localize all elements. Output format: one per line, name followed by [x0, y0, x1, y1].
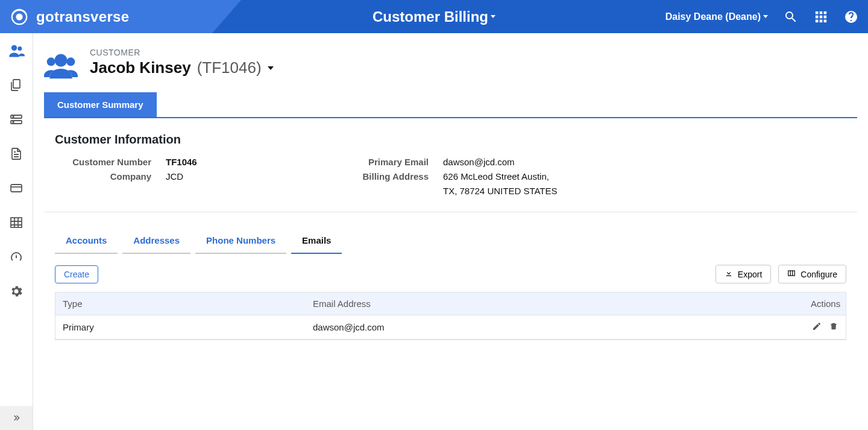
action-row: Create Export Configure: [55, 265, 846, 283]
tab-phone-numbers[interactable]: Phone Numbers: [195, 229, 286, 254]
download-icon: [725, 269, 733, 279]
cell-email: dawson@jcd.com: [306, 316, 804, 338]
label-billing-address: Billing Address: [344, 169, 429, 184]
svg-point-1: [16, 13, 22, 20]
value-billing-address-l2: TX, 78724 UNITED STATES: [443, 184, 558, 198]
svg-rect-23: [788, 271, 795, 276]
customer-id: (TF1046): [197, 58, 262, 77]
sidebar-expand-button[interactable]: [0, 406, 33, 430]
svg-point-21: [47, 57, 55, 66]
customer-name: Jacob Kinsey: [90, 58, 191, 77]
header-title-dropdown[interactable]: Customer Billing: [373, 8, 495, 25]
svg-point-20: [55, 54, 68, 67]
svg-rect-4: [824, 11, 827, 14]
svg-rect-10: [824, 19, 827, 22]
label-primary-email: Primary Email: [344, 155, 429, 169]
svg-rect-3: [820, 11, 823, 14]
sidebar-item-server[interactable]: [0, 102, 33, 136]
section-title: Customer Information: [55, 133, 857, 147]
table-header: Type Email Address Actions: [55, 292, 846, 315]
brand[interactable]: gotransverse: [0, 7, 129, 27]
main-content: CUSTOMER Jacob Kinsey (TF1046) Customer …: [33, 33, 868, 430]
emails-table: Type Email Address Actions Primary dawso…: [55, 292, 846, 340]
label-customer-number: Customer Number: [55, 155, 151, 169]
svg-rect-19: [11, 218, 22, 227]
caret-down-icon: [763, 15, 768, 18]
search-icon[interactable]: [784, 10, 798, 24]
svg-point-17: [13, 121, 14, 122]
svg-rect-2: [816, 11, 819, 14]
svg-point-22: [66, 57, 75, 66]
svg-rect-6: [820, 15, 823, 18]
customer-group-icon: [44, 48, 78, 81]
app-header: gotransverse Customer Billing Daisy Dean…: [0, 0, 868, 33]
svg-rect-13: [13, 80, 20, 88]
cell-type: Primary: [55, 316, 306, 338]
svg-point-12: [17, 46, 22, 51]
help-icon[interactable]: [844, 10, 858, 24]
svg-rect-7: [824, 15, 827, 18]
export-label: Export: [738, 270, 762, 279]
top-tabs: Customer Summary: [44, 92, 857, 118]
configure-label: Configure: [800, 270, 837, 279]
configure-button[interactable]: Configure: [778, 265, 846, 283]
svg-rect-18: [11, 185, 22, 192]
customer-name-dropdown[interactable]: Jacob Kinsey (TF1046): [90, 58, 274, 77]
svg-point-11: [11, 45, 17, 50]
trash-icon[interactable]: [829, 321, 838, 333]
brand-logo-icon: [10, 7, 29, 27]
customer-info-grid: Customer Number Company TF1046 JCD Prima…: [44, 155, 857, 212]
value-company: JCD: [166, 169, 197, 184]
columns-icon: [787, 269, 796, 279]
user-menu[interactable]: Daisy Deane (Deane): [665, 11, 768, 22]
tab-emails[interactable]: Emails: [291, 229, 342, 254]
value-customer-number: TF1046: [166, 155, 197, 169]
svg-rect-8: [816, 19, 819, 22]
col-email[interactable]: Email Address: [306, 292, 804, 315]
create-button[interactable]: Create: [55, 265, 98, 283]
customer-eyebrow: CUSTOMER: [90, 48, 274, 57]
label-company: Company: [55, 169, 151, 184]
col-actions: Actions: [804, 292, 846, 315]
tab-addresses[interactable]: Addresses: [122, 229, 190, 254]
edit-icon[interactable]: [812, 321, 822, 333]
sidebar-item-settings[interactable]: [0, 274, 33, 308]
sub-tabs: Accounts Addresses Phone Numbers Emails: [55, 229, 857, 254]
table-row: Primary dawson@jcd.com: [55, 315, 846, 340]
tab-customer-summary[interactable]: Customer Summary: [44, 92, 157, 117]
sidebar-item-copy[interactable]: [0, 68, 33, 102]
customer-header: CUSTOMER Jacob Kinsey (TF1046): [44, 48, 857, 81]
svg-rect-9: [820, 19, 823, 22]
caret-down-icon: [491, 15, 495, 18]
svg-point-16: [13, 116, 14, 117]
export-button[interactable]: Export: [715, 265, 771, 283]
value-billing-address-l1: 626 McLeod Street Austin,: [443, 169, 558, 184]
header-right: Daisy Deane (Deane): [665, 10, 858, 24]
tab-accounts[interactable]: Accounts: [55, 229, 118, 254]
sidebar-item-dashboard[interactable]: [0, 239, 33, 274]
header-title-label: Customer Billing: [373, 8, 488, 25]
sidebar: [0, 33, 33, 430]
svg-rect-5: [816, 15, 819, 18]
brand-name: gotransverse: [36, 8, 129, 25]
caret-down-icon: [268, 66, 274, 70]
sidebar-item-table[interactable]: [0, 205, 33, 239]
sidebar-item-document[interactable]: [0, 136, 33, 171]
user-name: Daisy Deane (Deane): [665, 11, 761, 22]
col-type[interactable]: Type: [55, 292, 306, 315]
value-primary-email: dawson@jcd.com: [443, 155, 558, 169]
apps-grid-icon[interactable]: [814, 10, 828, 24]
sidebar-item-customers[interactable]: [0, 33, 33, 68]
sidebar-item-card[interactable]: [0, 171, 33, 205]
